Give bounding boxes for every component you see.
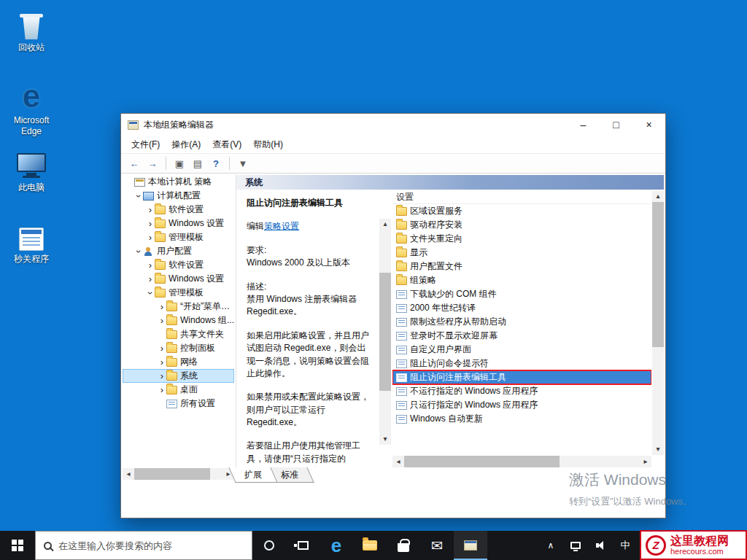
task-view-button[interactable] (286, 531, 320, 560)
desktop-icon-recycle-bin[interactable]: 回收站 (6, 7, 57, 53)
scroll-left-icon[interactable]: ◂ (123, 469, 134, 480)
store-button[interactable] (387, 531, 420, 560)
chevron-icon[interactable] (158, 358, 166, 367)
hidden-icons-button[interactable]: ∧ (538, 531, 563, 560)
setting-item[interactable]: 显示 (392, 246, 651, 260)
desktop-icon-quick-program[interactable]: 秒关程序 (6, 219, 57, 265)
menu-item[interactable]: 帮助(H) (247, 136, 289, 153)
taskbar-search[interactable] (35, 531, 252, 560)
setting-item[interactable]: 不运行指定的 Windows 应用程序 (392, 384, 651, 398)
tree-item[interactable]: 软件设置 (123, 258, 234, 272)
toolbar-separator[interactable] (229, 157, 230, 170)
scrollbar-thumb[interactable] (379, 273, 391, 390)
chevron-icon[interactable] (158, 386, 166, 394)
setting-item[interactable]: 自定义用户界面 (392, 343, 651, 357)
settings-horizontal-scrollbar[interactable]: ◂ ▸ (392, 456, 651, 467)
tree-item[interactable]: 所有设置 (123, 397, 234, 411)
description-scrollbar[interactable]: ▴ ▾ (379, 219, 391, 445)
forward-icon[interactable]: → (144, 155, 161, 171)
tree-item[interactable]: 控制面板 (123, 341, 234, 355)
tree-item[interactable]: 桌面 (123, 383, 234, 397)
tree-item[interactable]: 计算机配置 (123, 189, 234, 203)
setting-item[interactable]: 用户配置文件 (392, 260, 651, 273)
menu-item[interactable]: 操作(A) (166, 136, 206, 153)
scrollbar-thumb[interactable] (134, 468, 210, 480)
desktop-icon-microsoft-edge[interactable]: e Microsoft Edge (6, 80, 57, 137)
edit-policy-setting-link[interactable]: 策略设置 (264, 221, 299, 231)
tree-item[interactable]: Windows 组... (123, 314, 234, 327)
export-list-icon[interactable]: ▤ (189, 155, 206, 171)
toolbar-separator[interactable] (166, 157, 166, 170)
scroll-down-icon[interactable]: ▾ (652, 444, 664, 455)
chevron-icon[interactable] (146, 261, 155, 270)
chevron-icon[interactable] (158, 303, 166, 311)
setting-item[interactable]: 驱动程序安装 (392, 218, 651, 232)
settings-column-header[interactable]: 设置 (392, 191, 651, 204)
maximize-button[interactable]: □ (600, 114, 632, 136)
chevron-icon[interactable] (158, 344, 166, 353)
chevron-icon[interactable] (134, 192, 143, 201)
scrollbar-thumb[interactable] (404, 456, 560, 467)
scroll-up-icon[interactable]: ▴ (652, 191, 664, 202)
back-icon[interactable]: ← (125, 155, 143, 171)
cortana-button[interactable] (252, 531, 286, 560)
chevron-icon[interactable] (146, 219, 155, 228)
title-bar[interactable]: 本地组策略编辑器 – □ × (121, 114, 665, 136)
edge-button[interactable]: e (320, 531, 353, 560)
tree-item[interactable]: 管理模板 (123, 230, 234, 244)
chevron-icon[interactable] (146, 206, 155, 214)
chevron-icon[interactable] (146, 275, 155, 284)
setting-item[interactable]: 下载缺少的 COM 组件 (392, 287, 651, 301)
scroll-left-icon[interactable]: ◂ (392, 456, 404, 467)
tree-horizontal-scrollbar[interactable]: ◂ ▸ (123, 468, 234, 480)
tree-item[interactable]: 管理模板 (123, 286, 234, 300)
file-explorer-button[interactable] (353, 531, 387, 560)
tree-item[interactable]: 系统 (123, 369, 234, 383)
setting-item[interactable]: 组策略 (392, 273, 651, 287)
minimize-button[interactable]: – (567, 114, 600, 136)
setting-item[interactable]: 阻止访问注册表编辑工具 (392, 370, 651, 384)
tree-item[interactable]: Windows 设置 (123, 217, 234, 230)
chevron-icon[interactable] (146, 233, 155, 242)
scroll-up-icon[interactable]: ▴ (379, 219, 391, 230)
settings-vertical-scrollbar[interactable]: ▴ ▾ (652, 191, 664, 455)
chevron-icon[interactable] (158, 372, 166, 381)
desktop-icon-this-pc[interactable]: 此电脑 (6, 147, 57, 193)
scroll-right-icon[interactable]: ▸ (640, 456, 651, 467)
network-button[interactable] (563, 531, 588, 560)
start-button[interactable] (0, 531, 35, 560)
tree-item[interactable]: 本地计算机 策略 (123, 175, 234, 189)
mail-button[interactable]: ✉ (420, 531, 454, 560)
scrollbar-thumb[interactable] (652, 202, 664, 347)
chevron-icon[interactable] (146, 289, 155, 298)
tree-item[interactable]: 网络 (123, 355, 234, 369)
setting-item[interactable]: Windows 自动更新 (392, 412, 651, 426)
setting-item-icon (396, 332, 407, 341)
scroll-down-icon[interactable]: ▾ (379, 434, 391, 445)
setting-item[interactable]: 区域设置服务 (392, 204, 651, 218)
search-input[interactable] (58, 540, 226, 551)
tree-item[interactable]: 共享文件夹 (123, 327, 234, 341)
menu-item[interactable]: 文件(F) (125, 136, 166, 153)
setting-item[interactable]: 阻止访问命令提示符 (392, 357, 651, 370)
setting-item[interactable]: 限制这些程序从帮助启动 (392, 315, 651, 329)
setting-item[interactable]: 2000 年世纪转译 (392, 301, 651, 315)
gpedit-taskbar-button[interactable] (454, 531, 487, 560)
tree-item[interactable]: 软件设置 (123, 203, 234, 217)
setting-item[interactable]: 文件夹重定向 (392, 232, 651, 246)
show-console-tree-icon[interactable]: ▣ (171, 155, 188, 171)
help-icon[interactable]: ? (207, 155, 225, 171)
tree-item[interactable]: “开始”菜单和... (123, 300, 234, 314)
ime-button[interactable]: 中 (613, 531, 638, 560)
filter-icon[interactable]: ▼ (234, 155, 252, 171)
menu-item[interactable]: 查看(V) (206, 136, 247, 153)
setting-item[interactable]: 只运行指定的 Windows 应用程序 (392, 398, 651, 412)
close-button[interactable]: × (632, 114, 665, 136)
volume-button[interactable] (588, 531, 613, 560)
chevron-icon[interactable] (158, 316, 166, 325)
chevron-icon[interactable] (134, 247, 143, 256)
tree-item[interactable]: Windows 设置 (123, 272, 234, 286)
tree-item[interactable]: 用户配置 (123, 244, 234, 258)
setting-item[interactable]: 登录时不显示欢迎屏幕 (392, 329, 651, 343)
view-tab[interactable]: 扩展 (228, 467, 277, 483)
